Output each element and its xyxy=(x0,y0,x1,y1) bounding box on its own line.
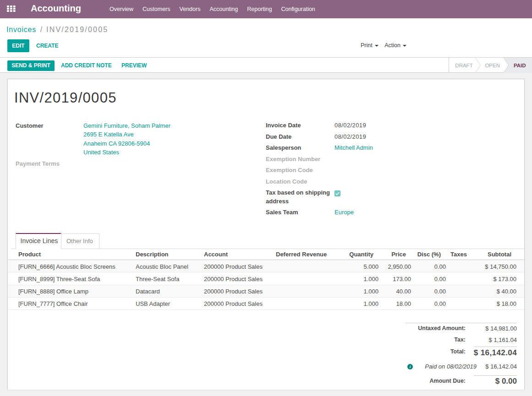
svg-text:DRAFT: DRAFT xyxy=(455,63,472,68)
svg-text:OPEN: OPEN xyxy=(485,63,500,68)
svg-text:PAID: PAID xyxy=(514,63,526,68)
